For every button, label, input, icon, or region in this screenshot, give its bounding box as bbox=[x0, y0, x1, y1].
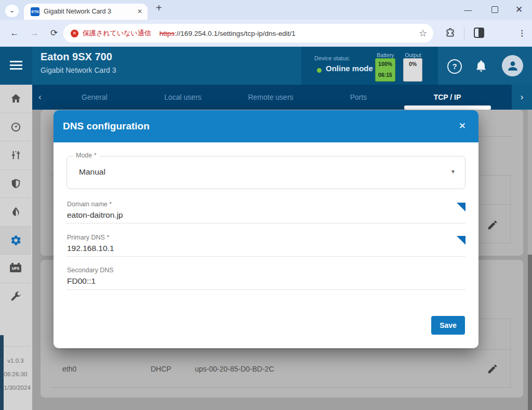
sidebar-item-ups[interactable]: UPS bbox=[0, 255, 31, 283]
app-sidebar: UPS v1.0.3 06:26:30 01/30/2024 bbox=[0, 47, 32, 410]
forward-button[interactable]: → bbox=[27, 26, 42, 41]
device-time: 06:26:30 bbox=[0, 367, 31, 381]
app-header: Eaton 9SX 700 Gigabit Network Card 3 Dev… bbox=[32, 47, 532, 85]
pencil-icon bbox=[487, 219, 498, 231]
device-status-value: Online mode bbox=[326, 64, 373, 73]
tabs-scroll-right[interactable]: › bbox=[512, 85, 532, 110]
help-icon: ? bbox=[452, 62, 457, 71]
new-tab-button[interactable]: + bbox=[156, 2, 162, 14]
url-rest: ://169.254.0.1/settings/tcp-ip/dns-edit/… bbox=[175, 30, 296, 37]
dns-configuration-modal: DNS configuration ✕ Mode * Manual ▾ Doma… bbox=[54, 110, 478, 348]
sidebar-version-block: v1.0.3 06:26:30 01/30/2024 bbox=[0, 346, 31, 394]
address-bar[interactable]: ✕ 保護されていない通信 https://169.254.0.1/setting… bbox=[63, 24, 433, 43]
edit-button[interactable] bbox=[487, 219, 498, 233]
separator-line bbox=[51, 349, 513, 350]
secondary-dns-label: Secondary DNS bbox=[67, 267, 114, 274]
eaton-favicon-icon: ETN bbox=[31, 7, 39, 16]
tab-search-button[interactable]: ⌄ bbox=[5, 5, 19, 17]
ups-battery-icon: UPS bbox=[10, 264, 21, 272]
back-button[interactable]: ← bbox=[7, 26, 22, 41]
section-tabbar: ‹ General Local users Remote users Ports… bbox=[32, 85, 532, 110]
table-cell-mode: DHCP bbox=[151, 365, 171, 373]
tabs-scroll-left-icon[interactable]: ‹ bbox=[38, 85, 42, 110]
tab-local-users[interactable]: Local users bbox=[164, 85, 202, 110]
scrollbar-thumb[interactable] bbox=[528, 255, 532, 410]
dropdown-caret-icon: ▾ bbox=[451, 168, 455, 175]
sliders-icon bbox=[10, 149, 22, 161]
active-tab-indicator bbox=[404, 105, 491, 110]
gear-icon bbox=[10, 234, 22, 246]
column-separator bbox=[510, 175, 511, 243]
output-gauge: 0% bbox=[403, 58, 422, 82]
toolbar-divider bbox=[464, 27, 464, 39]
not-secure-icon: ✕ bbox=[71, 30, 78, 37]
secondary-dns-input[interactable]: FD00::1 bbox=[67, 276, 96, 286]
help-button[interactable]: ? bbox=[447, 59, 462, 74]
save-button[interactable]: Save bbox=[431, 316, 465, 335]
mode-value: Manual bbox=[79, 167, 105, 177]
sidebar-item-meters[interactable] bbox=[0, 113, 31, 142]
status-dot bbox=[317, 68, 322, 73]
tab-title: Gigabit Network Card 3 bbox=[44, 4, 111, 20]
water-drop-icon bbox=[10, 206, 22, 218]
pencil-icon bbox=[487, 363, 498, 375]
battery-gauge: 100% 06:15 bbox=[375, 58, 395, 82]
domain-name-input[interactable]: eaton-daitron.jp bbox=[67, 210, 123, 220]
notifications-button[interactable] bbox=[474, 59, 488, 73]
sidebar-item-settings[interactable] bbox=[0, 227, 31, 255]
wrench-icon bbox=[10, 291, 22, 303]
device-subtitle: Gigabit Network Card 3 bbox=[41, 66, 116, 74]
chevron-down-icon: ⌄ bbox=[9, 6, 15, 14]
mode-select[interactable]: Mode * Manual ▾ bbox=[66, 156, 466, 189]
security-warning-text[interactable]: 保護されていない通信 bbox=[83, 29, 151, 38]
sidebar-item-environment[interactable] bbox=[0, 198, 31, 227]
gauge-icon bbox=[10, 121, 22, 133]
browser-toolbar: ← → ⟳ ✕ 保護されていない通信 https://169.254.0.1/s… bbox=[0, 20, 532, 47]
edit-button[interactable] bbox=[487, 363, 498, 377]
browser-titlebar: ⌄ ETN Gigabit Network Card 3 ✕ + — ✕ bbox=[0, 0, 532, 20]
window-close-button[interactable]: ✕ bbox=[510, 2, 528, 18]
input-underline bbox=[66, 223, 466, 223]
domain-name-label: Domain name * bbox=[67, 201, 112, 208]
device-date: 01/30/2024 bbox=[0, 381, 31, 394]
side-panel-icon[interactable] bbox=[474, 28, 484, 38]
modified-corner-marker bbox=[457, 203, 466, 211]
sidebar-item-protection[interactable] bbox=[0, 170, 31, 199]
bookmark-star-icon[interactable]: ☆ bbox=[416, 26, 430, 41]
primary-dns-label: Primary DNS * bbox=[67, 234, 109, 241]
shield-icon bbox=[10, 178, 22, 190]
tab-close-icon[interactable]: ✕ bbox=[137, 4, 142, 20]
battery-runtime: 06:15 bbox=[376, 72, 395, 78]
table-cell-hostname: ups-00-20-85-D0-BD-2C bbox=[195, 365, 274, 373]
sidebar-menu-button[interactable] bbox=[0, 47, 32, 85]
user-avatar-button[interactable] bbox=[502, 55, 523, 76]
browser-tab[interactable]: ETN Gigabit Network Card 3 ✕ bbox=[24, 4, 148, 20]
firmware-version: v1.0.3 bbox=[0, 354, 31, 367]
sidebar-item-home[interactable] bbox=[0, 85, 31, 113]
modal-title: DNS configuration bbox=[63, 110, 150, 142]
window-maximize-button[interactable] bbox=[486, 2, 504, 18]
hamburger-icon bbox=[10, 61, 22, 62]
left-edge-strip bbox=[0, 335, 4, 410]
screen: ⌄ ETN Gigabit Network Card 3 ✕ + — ✕ ← →… bbox=[0, 0, 532, 410]
reload-button[interactable]: ⟳ bbox=[47, 26, 61, 41]
tab-general[interactable]: General bbox=[82, 85, 108, 110]
primary-dns-input[interactable]: 192.168.10.1 bbox=[67, 244, 114, 253]
modal-close-icon[interactable]: ✕ bbox=[459, 110, 466, 142]
maximize-icon bbox=[491, 6, 498, 13]
output-gauge-label: Output bbox=[397, 52, 429, 58]
battery-percent: 100% bbox=[376, 61, 395, 67]
window-minimize-button[interactable]: — bbox=[459, 2, 477, 18]
person-icon bbox=[506, 59, 520, 73]
bell-icon bbox=[474, 59, 488, 73]
browser-menu-icon[interactable]: ⋮ bbox=[517, 26, 527, 41]
extensions-icon[interactable] bbox=[445, 28, 456, 41]
sidebar-item-maintenance[interactable] bbox=[0, 283, 31, 312]
sidebar-item-settings-sliders[interactable] bbox=[0, 141, 31, 170]
url-text[interactable]: https://169.254.0.1/settings/tcp-ip/dns-… bbox=[159, 30, 296, 37]
tab-remote-users[interactable]: Remote users bbox=[248, 85, 293, 110]
url-protocol-struck: https bbox=[159, 30, 175, 37]
separator-line bbox=[51, 387, 513, 388]
tab-ports[interactable]: Ports bbox=[350, 85, 367, 110]
home-icon bbox=[10, 92, 22, 104]
